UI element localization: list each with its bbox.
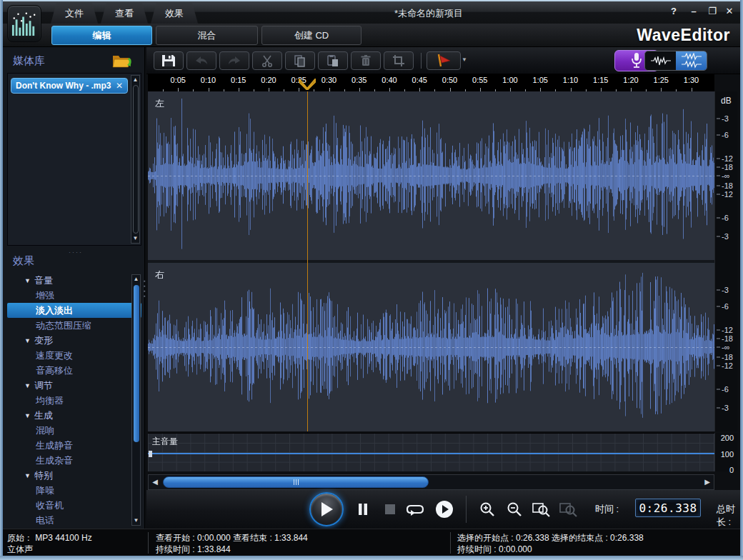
effect-tree-item[interactable]: 速度更改 xyxy=(7,348,141,363)
zoom-all-button[interactable] xyxy=(558,499,579,520)
panel-splitter[interactable]: ···· xyxy=(69,249,83,256)
sidebar-resize-grip[interactable]: ▪▪▪▪ xyxy=(144,279,146,299)
collapse-arrow-icon[interactable]: ▼ xyxy=(24,277,31,284)
stop-button[interactable] xyxy=(379,499,401,520)
volume-envelope-line[interactable] xyxy=(148,453,714,454)
db-tick-mark xyxy=(717,176,720,176)
save-button[interactable] xyxy=(154,51,184,70)
effect-tree-item[interactable]: 收音机 xyxy=(7,498,141,513)
effect-tree-item[interactable]: 降噪 xyxy=(7,483,141,498)
volume-envelope-handle[interactable] xyxy=(149,451,152,457)
effect-tree-item[interactable]: 增强 xyxy=(7,288,141,303)
media-list-scrollbar[interactable]: ▲ ▼ xyxy=(131,75,140,244)
undo-button[interactable] xyxy=(186,51,216,70)
zoom-in-button[interactable] xyxy=(477,499,498,520)
horizontal-scrollbar[interactable]: ◀ ▶ xyxy=(148,474,714,490)
ruler-tick-label: 0:10 xyxy=(201,76,216,84)
collapse-arrow-icon[interactable]: ▼ xyxy=(24,337,31,344)
effect-tree-item[interactable]: ▼特别 xyxy=(7,468,141,483)
timeline-ruler[interactable]: 0:050:100:150:200:250:300:350:400:450:50… xyxy=(148,74,714,91)
close-button[interactable]: ✕ xyxy=(722,5,737,18)
master-volume-track[interactable]: 主音量 xyxy=(148,433,714,471)
menu-file[interactable]: 文件 xyxy=(51,3,98,24)
pause-button[interactable] xyxy=(352,499,374,520)
collapse-arrow-icon[interactable]: ▼ xyxy=(24,382,31,389)
effect-tree-item[interactable]: ▼音量 xyxy=(7,273,141,288)
loop-button[interactable] xyxy=(405,499,427,520)
collapse-arrow-icon[interactable]: ▼ xyxy=(24,412,31,419)
scrollbar-thumb[interactable] xyxy=(163,476,429,488)
menu-view[interactable]: 查看 xyxy=(101,3,148,24)
minimize-button[interactable]: – xyxy=(686,5,702,18)
open-folder-icon[interactable] xyxy=(111,51,134,73)
time-display[interactable]: 0:26.338 xyxy=(635,499,701,517)
effect-tree-item[interactable]: ▼生成 xyxy=(7,408,141,423)
scroll-down-icon[interactable]: ▼ xyxy=(131,235,139,242)
scroll-thumb[interactable] xyxy=(134,285,139,442)
effect-label: 混响 xyxy=(36,424,54,437)
tab-mix[interactable]: 混合 xyxy=(156,26,258,45)
menu-effects[interactable]: 效果 xyxy=(151,3,198,24)
master-volume-scale: 2001000 xyxy=(714,433,737,471)
scroll-up-icon[interactable]: ▲ xyxy=(131,76,139,84)
left-channel[interactable]: 左 xyxy=(148,91,714,260)
left-channel-waveform[interactable] xyxy=(148,91,714,260)
right-channel[interactable]: 右 xyxy=(148,263,714,431)
cut-button[interactable] xyxy=(252,51,282,70)
help-button[interactable]: ? xyxy=(666,5,682,18)
single-waveform-view-button[interactable] xyxy=(645,51,676,70)
maximize-button[interactable]: ❐ xyxy=(704,5,720,18)
media-item-close-icon[interactable]: ✕ xyxy=(116,81,123,91)
effect-tree-item[interactable]: 音高移位 xyxy=(7,363,141,378)
copy-button[interactable] xyxy=(285,51,315,70)
statusbar-separator xyxy=(148,532,149,554)
redo-button[interactable] xyxy=(219,51,249,70)
collapse-arrow-icon[interactable]: ▼ xyxy=(24,472,31,479)
scroll-down-icon[interactable]: ▼ xyxy=(132,517,140,524)
tab-create-cd[interactable]: 创建 CD xyxy=(261,26,361,45)
effect-label: 增强 xyxy=(36,289,54,302)
effects-scrollbar[interactable]: ▲ ▼ xyxy=(131,274,141,526)
edit-toolbar: ▼ xyxy=(146,47,740,74)
effect-label: 调节 xyxy=(34,379,53,392)
wave-editor-window: 文件 查看 效果 *未命名的新项目 ? – ❐ ✕ 编辑 混合 创建 CD Wa… xyxy=(0,0,743,560)
playhead-line[interactable] xyxy=(307,91,308,431)
ruler-tick-label: 0:20 xyxy=(261,76,276,84)
effect-label: 均衡器 xyxy=(36,394,64,407)
effect-tree-item[interactable]: 混响 xyxy=(7,423,141,438)
effect-tree-item[interactable]: 动态范围压缩 xyxy=(7,318,141,333)
dual-waveform-view-button[interactable] xyxy=(676,51,707,70)
ruler-tick-label: 0:35 xyxy=(351,76,366,84)
zoom-out-button[interactable] xyxy=(504,499,525,520)
sidebar: 媒体库 Don't Know Why - .mp3 ✕ ▲ ▼ ···· 效果 … xyxy=(3,47,145,529)
effect-tree-item[interactable]: 生成静音 xyxy=(7,438,141,453)
playhead-marker[interactable] xyxy=(299,79,316,93)
scroll-right-icon[interactable]: ▶ xyxy=(701,475,714,489)
effect-tree-item[interactable]: 生成杂音 xyxy=(7,453,141,468)
effect-tree-item[interactable]: 电话 xyxy=(7,513,141,527)
effect-tree-item[interactable]: ▼变形 xyxy=(7,333,141,348)
effect-tree-item[interactable]: 淡入淡出 xyxy=(7,303,141,318)
paste-button[interactable] xyxy=(318,51,348,70)
marker-flag-button[interactable] xyxy=(427,51,461,70)
play-button[interactable] xyxy=(309,492,344,526)
scroll-thumb[interactable] xyxy=(133,85,139,234)
effect-label: 电话 xyxy=(36,514,54,527)
db-tick-mark xyxy=(717,330,720,331)
db-tick-mark xyxy=(717,135,720,136)
play-selection-button[interactable] xyxy=(434,499,455,520)
tab-edit[interactable]: 编辑 xyxy=(51,26,152,45)
media-item[interactable]: Don't Know Why - .mp3 ✕ xyxy=(11,78,128,94)
effect-tree-item[interactable]: 均衡器 xyxy=(7,393,141,408)
zoom-selection-button[interactable] xyxy=(531,499,552,520)
ruler-tick-label: 1:05 xyxy=(533,76,548,84)
delete-button[interactable] xyxy=(351,51,381,70)
effect-tree-item[interactable]: ▼调节 xyxy=(7,378,141,393)
effect-label: 特别 xyxy=(34,469,53,482)
effect-label: 音量 xyxy=(34,274,53,287)
scroll-up-icon[interactable]: ▲ xyxy=(132,276,140,283)
flag-dropdown-arrow-icon[interactable]: ▼ xyxy=(462,56,467,63)
scroll-left-icon[interactable]: ◀ xyxy=(149,475,161,489)
right-channel-waveform[interactable] xyxy=(148,263,714,431)
crop-button[interactable] xyxy=(384,51,414,70)
